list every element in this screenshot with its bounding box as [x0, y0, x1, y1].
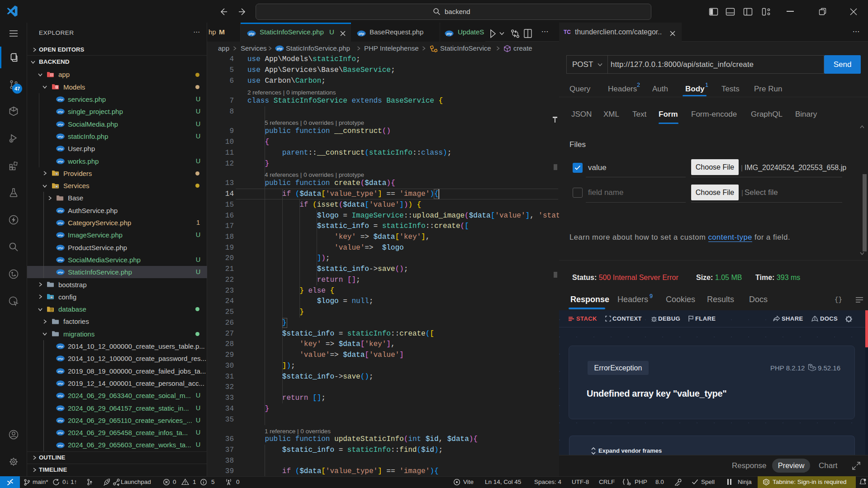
svg-text:php: php — [57, 419, 63, 422]
svg-text:php: php — [57, 370, 63, 373]
svg-text:php: php — [57, 135, 63, 138]
svg-text:php: php — [57, 394, 63, 397]
svg-text:php: php — [57, 345, 63, 348]
svg-text:php: php — [57, 382, 63, 385]
svg-text:php: php — [57, 98, 63, 101]
svg-text:php: php — [57, 357, 63, 360]
svg-text:php: php — [446, 32, 452, 36]
svg-text:php: php — [358, 32, 364, 36]
svg-text:php: php — [57, 258, 63, 261]
svg-text:php: php — [57, 160, 63, 163]
svg-text:php: php — [57, 110, 63, 113]
svg-text:php: php — [57, 407, 63, 410]
svg-text:php: php — [57, 233, 63, 237]
svg-text:php: php — [276, 47, 282, 51]
svg-text:php: php — [57, 444, 63, 447]
svg-text:php: php — [57, 123, 63, 126]
svg-text:php: php — [57, 246, 63, 249]
svg-text:php: php — [57, 147, 63, 150]
svg-text:php: php — [57, 270, 63, 274]
svg-text:php: php — [57, 431, 63, 434]
svg-text:php: php — [57, 209, 63, 212]
svg-text:php: php — [248, 32, 254, 36]
svg-text:php: php — [57, 221, 63, 224]
